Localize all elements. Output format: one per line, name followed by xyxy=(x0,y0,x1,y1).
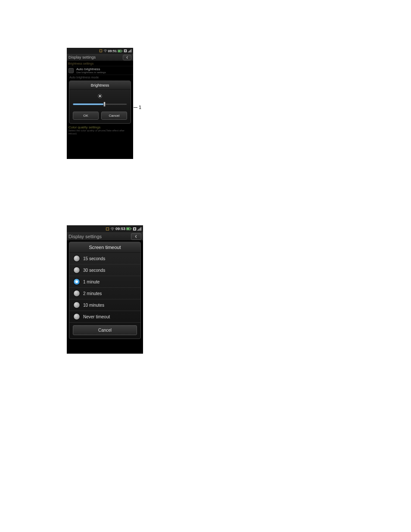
annotation-leader-line xyxy=(134,107,137,108)
svg-line-18 xyxy=(101,97,102,98)
svg-rect-30 xyxy=(139,229,140,230)
back-button[interactable] xyxy=(131,233,141,240)
timeout-option[interactable]: 30 seconds xyxy=(69,264,140,276)
signal-icon xyxy=(137,227,142,231)
checkbox-auto-brightness[interactable] xyxy=(68,68,74,73)
wifi-icon xyxy=(110,227,115,231)
phone-screenshot-screen-timeout: 09:53 Display settings Screen timeout 15… xyxy=(67,225,143,354)
timeout-option[interactable]: 2 minutes xyxy=(69,287,140,299)
svg-rect-7 xyxy=(125,50,126,51)
svg-rect-4 xyxy=(118,50,121,51)
sdcard-icon xyxy=(106,227,109,231)
svg-rect-10 xyxy=(130,50,131,52)
svg-rect-31 xyxy=(140,228,140,230)
svg-rect-8 xyxy=(128,52,128,53)
radio-button[interactable] xyxy=(74,255,80,261)
battery-icon xyxy=(126,227,132,230)
radio-button[interactable] xyxy=(74,290,80,296)
radio-button[interactable] xyxy=(74,314,80,320)
timeout-option-label: Never timeout xyxy=(83,314,110,319)
slider-thumb[interactable] xyxy=(103,102,106,107)
brightness-icon xyxy=(73,92,127,102)
color-quality-description: Select the color quality of phone(Take e… xyxy=(67,129,133,136)
sdcard-icon xyxy=(99,49,103,53)
timeout-option-label: 10 minutes xyxy=(83,303,104,308)
page-header: Display settings xyxy=(67,232,143,241)
screen-timeout-dialog: Screen timeout 15 seconds30 seconds1 min… xyxy=(69,242,141,339)
signal-icon xyxy=(128,49,132,53)
status-time: 09:53 xyxy=(115,227,125,231)
svg-line-20 xyxy=(101,94,102,95)
radio-button[interactable] xyxy=(74,279,80,285)
timeout-option-label: 1 minute xyxy=(83,280,100,284)
svg-rect-9 xyxy=(129,51,129,53)
status-bar: 09:51 xyxy=(67,48,133,54)
battery-icon xyxy=(118,50,123,53)
setting-title: Auto brightness xyxy=(76,67,106,71)
dialog-title: Brightness xyxy=(69,81,131,90)
timeout-option[interactable]: 10 minutes xyxy=(69,299,140,311)
sync-icon xyxy=(124,49,127,53)
timeout-option[interactable]: 15 seconds xyxy=(69,253,140,264)
svg-line-19 xyxy=(98,97,99,98)
annotation-number: 1 xyxy=(139,105,141,110)
svg-rect-11 xyxy=(131,49,131,52)
cancel-button[interactable]: Cancel xyxy=(101,112,127,120)
annotation-callout-1: 1 xyxy=(134,105,141,110)
radio-button[interactable] xyxy=(74,267,80,273)
section-label-color-quality: Color quality settings xyxy=(67,124,133,129)
page-header: Display settings xyxy=(67,54,133,61)
timeout-option[interactable]: Never timeout xyxy=(69,311,140,322)
setting-auto-brightness-mode: Auto brightness mode xyxy=(67,75,133,80)
svg-point-23 xyxy=(112,230,113,230)
svg-rect-1 xyxy=(100,50,102,52)
cancel-button[interactable]: Cancel xyxy=(73,325,137,335)
timeout-option[interactable]: 1 minute xyxy=(69,276,140,287)
page-title calculator: Display settings xyxy=(68,234,102,239)
chevron-left-icon xyxy=(134,235,138,238)
svg-rect-22 xyxy=(106,227,109,230)
svg-rect-5 xyxy=(121,50,122,51)
setting-auto-brightness[interactable]: Auto brightness Use brightness in settin… xyxy=(67,66,133,75)
svg-point-12 xyxy=(99,95,101,97)
svg-rect-28 xyxy=(134,228,136,230)
setting-subtitle: Use brightness in settings xyxy=(76,71,106,74)
svg-rect-32 xyxy=(141,227,142,230)
wifi-icon xyxy=(103,49,107,53)
dialog-title: Screen timeout xyxy=(69,242,140,253)
status-bar: 09:53 xyxy=(67,225,143,232)
phone-screenshot-brightness: 09:51 Display settings Brightness settin… xyxy=(67,48,133,159)
section-label-brightness: Brightness settings xyxy=(67,61,133,66)
timeout-options-list: 15 seconds30 seconds1 minute2 minutes10 … xyxy=(69,253,140,322)
svg-point-2 xyxy=(105,52,106,53)
chevron-left-icon xyxy=(126,56,129,59)
timeout-option-label: 30 seconds xyxy=(83,268,105,273)
svg-rect-26 xyxy=(131,228,131,229)
svg-line-17 xyxy=(98,94,99,95)
brightness-dialog: Brightness xyxy=(69,81,131,124)
svg-rect-29 xyxy=(137,230,138,230)
sync-icon xyxy=(133,227,137,231)
radio-button[interactable] xyxy=(74,302,80,308)
page-title: Display settings xyxy=(68,55,96,59)
ok-button[interactable]: OK xyxy=(73,112,99,120)
timeout-option-label: 2 minutes xyxy=(83,291,102,296)
status-time: 09:51 xyxy=(108,49,117,53)
svg-rect-25 xyxy=(127,228,130,230)
timeout-option-label: 15 seconds xyxy=(83,256,105,261)
brightness-slider[interactable] xyxy=(73,102,127,106)
back-button[interactable] xyxy=(123,55,131,60)
